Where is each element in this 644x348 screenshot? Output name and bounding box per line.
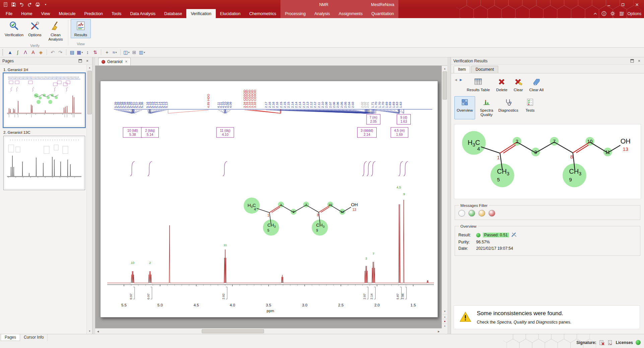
previous-page-button[interactable]: ▲ <box>442 314 447 319</box>
reference-icon[interactable]: ◈ <box>37 49 45 56</box>
spectrum-page[interactable]: 5.395.395.395.385.385.385.385.375.375.37… <box>100 81 438 317</box>
right-panel-splitter[interactable] <box>447 57 451 334</box>
document-tab[interactable]: Geraniol × <box>98 58 131 65</box>
scrollbar-thumb[interactable] <box>87 71 92 114</box>
ribbon-tab-file[interactable]: File <box>1 9 17 18</box>
filter-all-button[interactable] <box>458 210 465 217</box>
page-thumbnail-1[interactable] <box>3 73 85 127</box>
ribbon-tab-data-analysis[interactable]: Data Analysis <box>126 9 160 18</box>
left-panel-splitter[interactable] <box>92 57 95 334</box>
scrollbar-thumb[interactable] <box>202 329 264 333</box>
close-tab-icon[interactable]: × <box>125 59 127 64</box>
float-panel-icon[interactable] <box>630 58 635 63</box>
peak-label: 5.13 <box>165 102 168 108</box>
spectrum-canvas[interactable]: 5.395.395.395.385.385.385.385.375.375.37… <box>95 66 442 328</box>
next-result-button[interactable]: ▶ <box>459 77 463 82</box>
next-page-button[interactable]: ▼ <box>442 324 447 328</box>
float-panel-icon[interactable] <box>78 58 83 63</box>
vr-tab-item[interactable]: Item <box>454 66 470 73</box>
horizontal-scrollbar[interactable]: ◀ ▶ <box>95 328 442 334</box>
ribbon-tab-quantitation[interactable]: Quantitation <box>367 9 398 18</box>
vertical-scrollbar[interactable]: ▲ ▼ ▲ ● ▼ <box>442 66 447 328</box>
window-layout-icon[interactable]: ◫▾ <box>123 49 130 56</box>
scrollbar-thumb[interactable] <box>443 71 447 100</box>
overview-view-button[interactable]: Overview <box>454 96 475 119</box>
scroll-down-icon[interactable]: ▼ <box>87 328 92 334</box>
options-button[interactable]: Options <box>25 19 45 38</box>
options-menu[interactable]: Options <box>628 11 641 16</box>
scroll-down-icon[interactable]: ▼ <box>442 308 448 314</box>
redo-button[interactable] <box>27 2 32 7</box>
statusbar-tab-cursor-info[interactable]: Cursor Info <box>20 334 48 341</box>
peak-label: 2.05 <box>343 102 347 108</box>
close-button[interactable] <box>630 0 644 9</box>
customize-caret-button[interactable]: ▾ <box>43 2 48 7</box>
spectra-quality-view-button[interactable]: Spectra Quality <box>476 96 497 119</box>
save-button[interactable] <box>11 2 16 7</box>
ribbon-tab-assignments[interactable]: Assignments <box>334 9 367 18</box>
vr-tab-document[interactable]: Document <box>471 66 498 73</box>
redo-zoom-icon[interactable]: ↷ <box>57 49 64 56</box>
results-table-button[interactable]: Results Table <box>464 77 493 93</box>
delete-button[interactable]: Delete <box>494 77 510 93</box>
previous-result-button[interactable]: ◀ <box>454 77 458 82</box>
zoom-tools-icon[interactable]: ≈▾ <box>111 49 118 56</box>
autoscale-icon[interactable]: ⇅ <box>91 49 99 56</box>
filter-passed-button[interactable] <box>468 210 475 217</box>
filter-errors-button[interactable] <box>489 210 495 217</box>
statusbar-tab-pages[interactable]: Pages <box>1 334 20 341</box>
verification-button[interactable]: Verification <box>4 19 24 38</box>
clear-all-button[interactable]: Clear All <box>527 77 546 93</box>
minimize-button[interactable] <box>602 0 616 9</box>
info-icon[interactable] <box>601 11 607 16</box>
expand-vertical-icon[interactable]: ↕ <box>84 49 91 56</box>
page-thumbnail-2[interactable] <box>3 136 85 190</box>
scroll-up-icon[interactable]: ▲ <box>442 66 448 71</box>
maximize-button[interactable] <box>616 0 630 9</box>
tests-view-button[interactable]: Tests <box>520 96 540 119</box>
page-marker-button[interactable]: ● <box>442 319 447 324</box>
button-label: Clean Analysis <box>47 33 65 42</box>
signature-doc-icon[interactable] <box>607 340 613 345</box>
pages-scrollbar[interactable]: ▲ ▼ <box>86 65 92 334</box>
signature-invalid-icon[interactable] <box>599 340 605 345</box>
multiplet-analysis-icon[interactable]: Λ <box>22 49 29 56</box>
ribbon-tab-view[interactable]: View <box>37 9 55 18</box>
ribbon-tab-verification[interactable]: Verification <box>186 9 215 18</box>
stacked-view-icon[interactable]: ▤ <box>68 49 76 56</box>
ribbon-tab-home[interactable]: Home <box>17 9 37 18</box>
undo-zoom-icon[interactable]: ↶ <box>49 49 56 56</box>
library-icon[interactable] <box>619 11 624 16</box>
peak-picking-icon[interactable]: ▲ <box>6 49 14 56</box>
results-button[interactable]: Results <box>71 19 91 38</box>
settings-icon[interactable] <box>610 11 616 16</box>
close-panel-icon[interactable]: × <box>85 58 90 63</box>
close-panel-icon[interactable]: × <box>637 58 642 63</box>
clear-button[interactable]: Clear <box>511 77 525 93</box>
scroll-right-icon[interactable]: ▶ <box>436 329 442 334</box>
ribbon-tab-molecule[interactable]: Molecule <box>54 9 80 18</box>
assignments-icon[interactable]: A <box>29 49 37 56</box>
undo-button[interactable] <box>19 2 24 7</box>
scroll-left-icon[interactable]: ◀ <box>95 329 101 334</box>
print-button[interactable] <box>35 2 40 7</box>
document-button[interactable] <box>3 2 8 7</box>
ribbon-tab-processing[interactable]: Processing <box>280 9 310 18</box>
diagnostics-view-button[interactable]: Diagnostics <box>498 96 519 119</box>
report-icon[interactable]: ▥▾ <box>138 49 146 56</box>
ribbon-tab-database[interactable]: Database <box>160 9 187 18</box>
ribbon-tab-chemometrics[interactable]: Chemometrics <box>245 9 281 18</box>
ribbon-tab-analysis[interactable]: Analysis <box>310 9 334 18</box>
copy-view-icon[interactable]: ⊞ <box>131 49 138 56</box>
scroll-up-icon[interactable]: ▲ <box>87 65 92 70</box>
ribbon-tab-elucidation[interactable]: Elucidation <box>216 9 245 18</box>
result-setup-icon[interactable] <box>511 232 517 238</box>
ribbon-tab-tools[interactable]: Tools <box>107 9 126 18</box>
filter-warnings-button[interactable] <box>478 210 485 217</box>
crosshair-icon[interactable]: + <box>103 49 111 56</box>
integration-icon[interactable]: ∫ <box>14 49 21 56</box>
active-spectrum-icon[interactable]: ▦▾ <box>76 49 83 56</box>
ribbon-tab-prediction[interactable]: Prediction <box>80 9 107 18</box>
clean-analysis-button[interactable]: Clean Analysis <box>46 19 66 43</box>
collapse-ribbon-icon[interactable] <box>593 11 598 16</box>
